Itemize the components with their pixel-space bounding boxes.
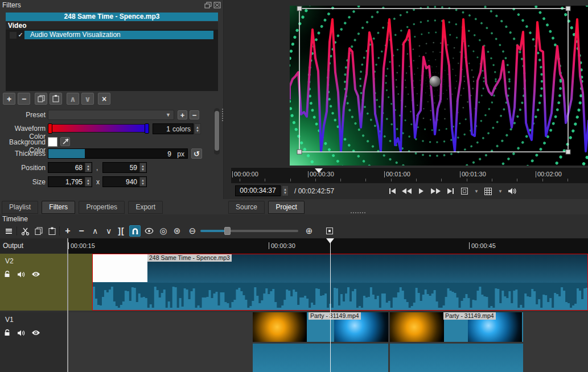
fast-forward-button[interactable] — [431, 186, 441, 196]
output-track-head[interactable]: Output — [0, 238, 67, 254]
waveform-color-gradient[interactable] — [48, 124, 149, 133]
audio-clip-selected[interactable]: 248 Same Time - Spence.mp3 — [92, 254, 588, 311]
current-time-spinner[interactable]: ▲▼ — [282, 185, 289, 196]
size-width-spinner[interactable]: ▲▼ — [85, 177, 92, 187]
append-button[interactable]: + — [62, 225, 73, 237]
float-panel-icon[interactable] — [204, 2, 212, 9]
tab-filters[interactable]: Filters — [42, 201, 75, 214]
size-height-spinner[interactable]: ▲▼ — [139, 177, 146, 187]
delete-preset-button[interactable]: − — [190, 110, 199, 119]
clip-thumbnail-start — [253, 312, 307, 342]
zoom-out-button[interactable]: ⊖ — [187, 225, 198, 237]
volume-button[interactable] — [508, 186, 517, 196]
mute-icon[interactable] — [17, 329, 26, 337]
ruler-minor-ticks — [240, 179, 588, 181]
player-playhead-marker[interactable] — [315, 168, 323, 173]
filter-row-gutter — [10, 32, 17, 39]
copy-filter-button[interactable] — [35, 93, 47, 105]
filter-section-video: Video — [6, 22, 218, 30]
gradient-stop-handle-blue[interactable] — [145, 123, 149, 134]
split-button[interactable]: ][ — [116, 225, 127, 237]
unlock-icon[interactable] — [3, 329, 11, 337]
play-button[interactable] — [417, 186, 426, 196]
size-width-field[interactable]: 1,795 ▲▼ — [48, 176, 92, 187]
timeline-zoom-slider[interactable] — [200, 230, 298, 232]
size-height-field[interactable]: 940 ▲▼ — [102, 176, 147, 187]
tab-playlist[interactable]: Playlist — [2, 201, 38, 214]
grid-button[interactable] — [484, 186, 493, 196]
player-ruler[interactable]: 00:00:00 00:00:30 00:01:00 00:01:30 00:0… — [231, 168, 588, 183]
timeline-menu-button[interactable] — [3, 225, 14, 237]
tab-project[interactable]: Project — [268, 201, 304, 214]
dock-splitter-handle[interactable] — [351, 212, 365, 213]
overwrite-button[interactable]: ∨ — [103, 225, 114, 237]
move-filter-down-button[interactable]: ∨ — [81, 93, 94, 105]
video-clip-2[interactable]: Party - 31149.mp4 — [390, 312, 523, 372]
track-head-v2[interactable]: V2 — [0, 254, 67, 311]
video-clip-1[interactable]: Party - 31149.mp4 — [253, 312, 388, 372]
thickness-reset-button[interactable]: ↺ — [191, 148, 202, 159]
track-head-divider[interactable] — [67, 238, 68, 372]
snap-toggle-button[interactable] — [129, 225, 141, 237]
zoom-in-button[interactable]: ⊕ — [303, 225, 315, 237]
move-filter-up-button[interactable]: ∧ — [67, 93, 79, 105]
loop-dropdown-arrow[interactable]: ▼ — [474, 189, 479, 194]
tab-properties[interactable]: Properties — [79, 201, 125, 214]
current-time-field[interactable]: 00:00:34:37 — [235, 185, 281, 196]
hide-icon[interactable] — [31, 329, 40, 336]
position-y-field[interactable]: 59 ▲▼ — [102, 162, 147, 173]
video-clip-1-video-part: Party - 31149.mp4 — [253, 312, 388, 342]
thickness-slider[interactable]: 9 px — [48, 148, 188, 159]
preset-combobox[interactable]: ▼ — [48, 110, 174, 120]
close-panel-icon[interactable] — [213, 2, 221, 9]
position-x-field[interactable]: 68 ▲▼ — [48, 162, 92, 173]
zoom-slider-handle[interactable] — [224, 227, 231, 235]
ripple-delete-button[interactable]: − — [76, 225, 87, 237]
deselect-filter-button[interactable]: × — [98, 93, 110, 105]
timeline-ruler[interactable]: 00:00:15 00:00:30 00:00:45 — [68, 238, 588, 254]
position-x-spinner[interactable]: ▲▼ — [85, 163, 92, 172]
tab-source[interactable]: Source — [228, 201, 265, 214]
filter-list-item[interactable]: ✓ Audio Waveform Visualization — [6, 31, 218, 39]
filters-scrollbar[interactable] — [214, 108, 220, 155]
skip-to-start-button[interactable] — [388, 186, 397, 196]
grid-dropdown-arrow[interactable]: ▼ — [498, 189, 503, 194]
copy-button[interactable] — [33, 225, 44, 237]
paste-filter-button[interactable] — [50, 93, 62, 105]
ripple-all-tracks-button[interactable]: ⊛ — [171, 225, 183, 237]
colors-count-field[interactable]: 1 colors — [153, 123, 194, 134]
remove-filter-button[interactable]: − — [18, 93, 30, 105]
save-preset-button[interactable]: + — [178, 110, 187, 119]
mute-icon[interactable] — [17, 271, 26, 278]
hide-icon[interactable] — [31, 271, 40, 278]
video-preview[interactable] — [290, 6, 588, 166]
timeline-panel: Timeline + − ∧ ∨ ][ ◎ — [0, 214, 588, 372]
position-y-spinner[interactable]: ▲▼ — [139, 163, 146, 172]
skip-to-end-button[interactable] — [446, 186, 455, 196]
ripple-toggle-button[interactable]: ◎ — [158, 225, 169, 237]
tab-export[interactable]: Export — [128, 201, 163, 214]
track-v1-body[interactable]: Party - 31149.mp4 Party - 31149.mp4 — [68, 312, 588, 372]
timeline-ruler-tick: 00:00:30 — [269, 242, 295, 249]
filter-enabled-checkbox[interactable]: ✓ — [17, 31, 24, 39]
track-v2-body[interactable]: 248 Same Time - Spence.mp3 — [68, 254, 588, 311]
zoom-fit-button[interactable] — [324, 225, 335, 237]
rewind-button[interactable] — [402, 186, 412, 196]
loop-range-button[interactable] — [460, 186, 469, 196]
colors-count-spinner[interactable]: ▲▼ — [194, 123, 201, 134]
video-clip-2-audio-part — [390, 344, 523, 372]
color-picker-button[interactable] — [60, 137, 70, 146]
gradient-stop-handle-red[interactable] — [48, 123, 52, 134]
background-color-swatch[interactable] — [48, 137, 57, 147]
cut-button[interactable] — [19, 225, 31, 237]
in-out-icon — [461, 188, 468, 195]
filters-scrollbar-thumb[interactable] — [215, 111, 219, 151]
track-head-v1[interactable]: V1 — [0, 312, 67, 372]
paste-button[interactable] — [46, 225, 57, 237]
center-handle — [429, 76, 441, 87]
magnet-icon — [131, 228, 139, 235]
add-filter-button[interactable]: + — [3, 93, 15, 105]
lift-button[interactable]: ∧ — [89, 225, 101, 237]
scrub-while-dragging-button[interactable] — [143, 225, 155, 237]
unlock-icon[interactable] — [3, 270, 11, 278]
